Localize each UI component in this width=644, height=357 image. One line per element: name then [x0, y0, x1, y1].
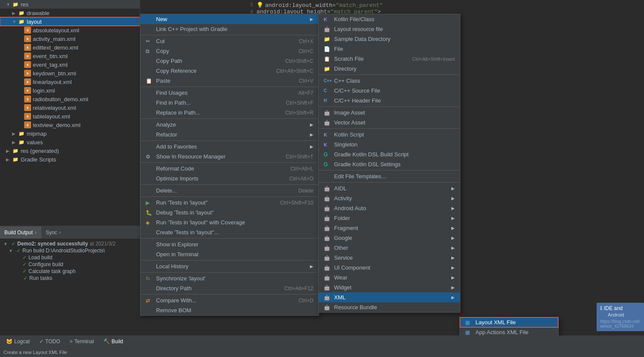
tree-item-file[interactable]: ▶ x event_tag.xml	[0, 60, 140, 69]
build-row[interactable]: ✓ Calculate task graph	[3, 268, 137, 275]
context-menu-item-reformat-code[interactable]: Reformat Code Ctrl+Alt+L	[141, 164, 319, 174]
build-row[interactable]: ✓ Load build	[3, 254, 137, 261]
tree-item-layout[interactable]: ▼ 📁 layout	[0, 17, 140, 26]
tree-item-file[interactable]: ▶ x relativelayout.xml	[0, 103, 140, 112]
new-gradle-kotlin-settings[interactable]: G Gradle Kotlin DSL Settings	[319, 159, 460, 169]
new-kotlin-file[interactable]: K Kotlin File/Class	[319, 14, 460, 24]
new-layout-resource[interactable]: 🤖 Layout resource file	[319, 24, 460, 34]
tree-item-values[interactable]: ▶ 📁 values	[0, 138, 140, 146]
new-ui-component[interactable]: 🤖 UI Component ▶	[319, 263, 460, 273]
context-menu-item-run-tests[interactable]: ▶ Run 'Tests in 'layout'' Ctrl+Shift+F10	[141, 198, 319, 208]
tree-item-res-generated[interactable]: ▶ 📁 res (generated)	[0, 146, 140, 155]
context-menu-item-show-resource-manager[interactable]: ⚙ Show In Resource Manager Ctrl+Shift+T	[141, 152, 319, 161]
tree-item-file[interactable]: ▶ x absolutelayout.xml	[0, 26, 140, 34]
new-singleton[interactable]: K Singleton	[319, 140, 460, 149]
toolbar-tab-build[interactable]: 🔨 Build	[99, 337, 128, 346]
submenu-arrow: ▶	[310, 264, 313, 269]
context-menu-item-debug-tests[interactable]: 🐛 Debug 'Tests in 'layout''	[141, 208, 319, 217]
tree-item-file[interactable]: ▶ x linearlayout.xml	[0, 78, 140, 86]
context-menu-item-copy-path[interactable]: Copy Path Ctrl+Shift+C	[141, 56, 319, 66]
context-menu-item-copy-reference[interactable]: Copy Reference Ctrl+Alt+Shift+C	[141, 66, 319, 76]
context-menu-item-refactor[interactable]: Refactor ▶	[141, 130, 319, 140]
build-row[interactable]: ▶ ✓ Run tasks	[3, 275, 137, 282]
new-wear[interactable]: 🤖 Wear ▶	[319, 273, 460, 282]
tree-item-file[interactable]: ▶ x event_btn.xml	[0, 52, 140, 60]
tab-sync[interactable]: Sync ×	[41, 227, 66, 239]
tree-item-mipmap[interactable]: ▶ 📁 mipmap	[0, 129, 140, 138]
new-edit-file-templates[interactable]: Edit File Templates...	[319, 171, 460, 181]
context-menu-item-add-favorites[interactable]: Add to Favorites ▶	[141, 142, 319, 152]
context-menu-item-optimize-imports[interactable]: Optimize Imports Ctrl+Alt+O	[141, 174, 319, 183]
tree-item-file[interactable]: ▶ x edittext_demo.xml	[0, 43, 140, 52]
context-menu-item-copy[interactable]: ⧉ Copy Ctrl+C	[141, 46, 319, 56]
context-menu-item-synchronize[interactable]: ↻ Synchronize 'layout'	[141, 273, 319, 283]
new-sample-data-dir[interactable]: 📁 Sample Data Directory	[319, 34, 460, 44]
android-icon: 🤖	[324, 275, 332, 281]
tab-close-button[interactable]: ×	[59, 230, 62, 235]
new-resource-bundle[interactable]: 🤖 Resource Bundle	[319, 302, 460, 312]
tree-item-drawable[interactable]: ▶ 📁 drawable	[0, 9, 140, 17]
tree-label: edittext_demo.xml	[33, 44, 78, 51]
new-gradle-kotlin-build[interactable]: G Gradle Kotlin DSL Build Script	[319, 149, 460, 159]
context-menu-item-compare-with[interactable]: ⇄ Compare With... Ctrl+D	[141, 295, 319, 305]
context-menu-item-find-usages[interactable]: Find Usages Alt+F7	[141, 88, 319, 98]
new-activity[interactable]: 🤖 Activity ▶	[319, 193, 460, 203]
kotlin-icon: K	[324, 17, 332, 22]
context-menu-item-local-history[interactable]: Local History ▶	[141, 261, 319, 271]
context-menu-item-paste[interactable]: 📋 Paste Ctrl+V	[141, 76, 319, 86]
android-icon: 🤖	[324, 235, 332, 241]
xml-layout-xml-file[interactable]: ▦ Layout XML File	[460, 317, 558, 327]
toolbar-tab-terminal[interactable]: > Terminal	[65, 337, 98, 346]
new-scratch-file[interactable]: 📋 Scratch File Ctrl+Alt+Shift+Insert	[319, 54, 460, 64]
tree-item-file[interactable]: ▶ x keydown_btn.xml	[0, 69, 140, 78]
new-folder[interactable]: 🤖 Folder ▶	[319, 213, 460, 223]
tree-item-file[interactable]: ▶ x radiobutton_demo.xml	[0, 95, 140, 103]
new-cpp-class[interactable]: C++ C++ Class	[319, 76, 460, 86]
cpp-icon: C++	[324, 78, 332, 83]
tree-item-file[interactable]: ▶ x login.xml	[0, 86, 140, 95]
tree-label: login.xml	[33, 87, 55, 94]
toolbar-tab-logcat[interactable]: 🐱 Logcat	[2, 337, 34, 346]
tab-build-output[interactable]: Build Output ×	[0, 227, 41, 239]
context-menu-item-directory-path[interactable]: Directory Path Ctrl+Alt+F12	[141, 283, 319, 293]
new-google[interactable]: 🤖 Google ▶	[319, 233, 460, 243]
context-menu-item-show-explorer[interactable]: Show in Explorer	[141, 239, 319, 249]
build-row[interactable]: ▼ ✓ Run build D:\AndroidStudioProjects\	[3, 247, 137, 254]
new-vector-asset[interactable]: 🤖 Vector Asset	[319, 118, 460, 127]
new-directory[interactable]: 📁 Directory	[319, 64, 460, 74]
new-fragment[interactable]: 🤖 Fragment ▶	[319, 223, 460, 233]
tree-item-res[interactable]: ▼ 📁 res	[0, 0, 140, 9]
context-menu-item-delete[interactable]: Delete... Delete	[141, 186, 319, 196]
new-xml[interactable]: 🤖 XML ▶	[319, 292, 460, 302]
context-menu-item-open-terminal[interactable]: Open in Terminal	[141, 249, 319, 259]
tree-item-file[interactable]: ▶ x textview_demo.xml	[0, 121, 140, 129]
new-kotlin-script[interactable]: K Kotlin Script	[319, 130, 460, 140]
build-row[interactable]: ✓ Configure build	[3, 261, 137, 268]
tree-item-gradle-scripts[interactable]: ▶ 📁 Gradle Scripts	[0, 155, 140, 164]
new-file[interactable]: 📄 File	[319, 44, 460, 54]
new-image-asset[interactable]: 🤖 Image Asset	[319, 108, 460, 118]
context-menu-item-find-in-path[interactable]: Find in Path... Ctrl+Shift+F	[141, 98, 319, 108]
context-menu-item-analyze[interactable]: Analyze ▶	[141, 120, 319, 130]
tree-item-file[interactable]: ▶ x activity_main.xml	[0, 34, 140, 43]
android-icon: 🤖	[324, 225, 332, 231]
new-widget[interactable]: 🤖 Widget ▶	[319, 282, 460, 292]
tab-close-button[interactable]: ×	[34, 230, 37, 235]
toolbar-tab-todo[interactable]: ✓ TODO	[35, 337, 64, 346]
context-menu-item-new[interactable]: New ▶	[141, 14, 319, 24]
new-service[interactable]: 🤖 Service ▶	[319, 253, 460, 263]
new-other[interactable]: 🤖 Other ▶	[319, 243, 460, 253]
new-cpp-header[interactable]: H C/C++ Header File	[319, 96, 460, 106]
context-menu-item-create-tests[interactable]: Create 'Tests in 'layout''...	[141, 227, 319, 237]
new-cpp-source[interactable]: C C/C++ Source File	[319, 86, 460, 96]
new-android-auto[interactable]: 🤖 Android Auto ▶	[319, 203, 460, 213]
context-menu-item-run-tests-coverage[interactable]: ◈ Run 'Tests in 'layout'' with Coverage	[141, 217, 319, 227]
context-menu-item-remove-bom[interactable]: Remove BOM	[141, 305, 319, 315]
build-row[interactable]: ▼ ✓ Demo2: synced successfully at 2021/3…	[3, 240, 137, 247]
context-menu-item-cut[interactable]: ✂ Cut Ctrl+X	[141, 36, 319, 46]
context-menu-item-link-cpp[interactable]: Link C++ Project with Gradle	[141, 24, 319, 34]
tree-item-file[interactable]: ▶ x tablelayout.xml	[0, 112, 140, 121]
layout-xml-icon: ▦	[465, 320, 474, 326]
new-aidl[interactable]: 🤖 AIDL ▶	[319, 183, 460, 193]
context-menu-item-replace-in-path[interactable]: Replace in Path... Ctrl+Shift+R	[141, 108, 319, 118]
